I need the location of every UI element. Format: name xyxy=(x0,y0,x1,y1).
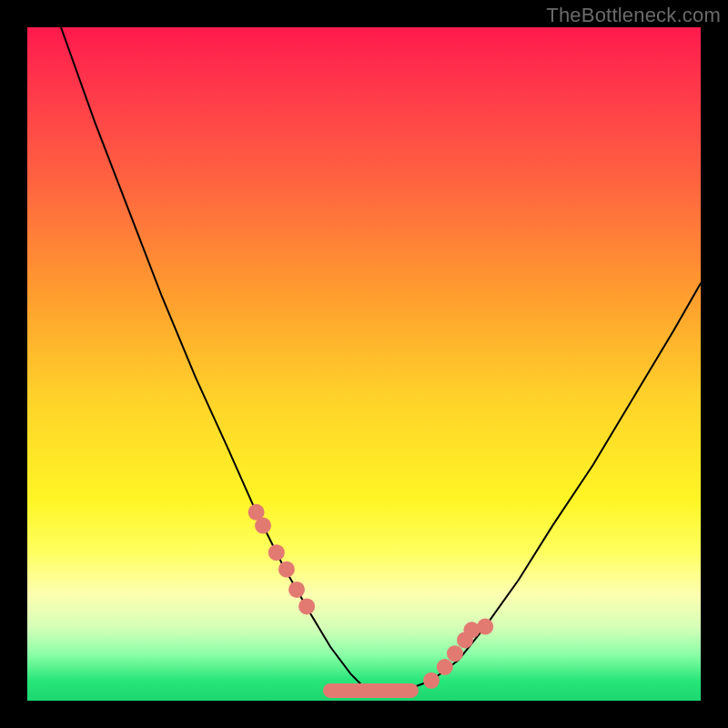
highlight-dot xyxy=(298,598,315,614)
highlight-dot xyxy=(268,544,285,561)
chart-svg xyxy=(27,27,701,701)
highlight-dot xyxy=(288,581,305,598)
highlight-dot xyxy=(437,659,453,675)
watermark-text: TheBottleneck.com xyxy=(546,4,721,27)
highlight-dot xyxy=(477,619,493,635)
highlight-dot xyxy=(447,645,463,662)
highlight-dot xyxy=(423,672,440,689)
chart-stage: TheBottleneck.com xyxy=(0,0,728,728)
plot-area xyxy=(27,27,701,701)
highlight-markers xyxy=(248,504,494,689)
highlight-dot xyxy=(255,518,271,534)
highlight-dot xyxy=(278,561,295,578)
bottleneck-curve xyxy=(61,27,701,691)
